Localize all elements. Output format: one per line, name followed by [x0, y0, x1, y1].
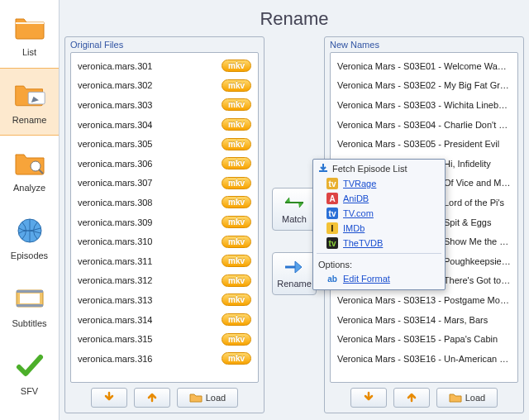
file-name: veronica.mars.314: [78, 315, 218, 325]
popup-edit-format[interactable]: abEdit Format: [313, 271, 445, 286]
sidebar-item-rename[interactable]: Rename: [0, 68, 59, 136]
list-item[interactable]: Veronica Mars - S03E03 - Wichita Linebac…: [331, 95, 517, 115]
imdb-icon: I: [326, 222, 338, 234]
load-button[interactable]: Load: [177, 388, 238, 408]
sidebar-item-analyze[interactable]: Analyze: [0, 136, 59, 203]
file-name: veronica.mars.305: [78, 139, 218, 149]
folder-search-icon: [13, 146, 46, 179]
file-ext-badge: mkv: [222, 274, 251, 287]
move-down-button[interactable]: [350, 388, 387, 408]
list-item[interactable]: veronica.mars.308mkv: [71, 193, 258, 212]
load-button[interactable]: Load: [436, 388, 498, 408]
file-name: veronica.mars.313: [78, 295, 218, 305]
file-name: veronica.mars.304: [78, 120, 218, 130]
sidebar-item-subtitles[interactable]: Subtitles: [0, 271, 59, 339]
sidebar-item-label: Analyze: [13, 183, 45, 193]
svg-rect-5: [17, 290, 43, 293]
file-name: veronica.mars.307: [78, 178, 218, 188]
original-files-panel: Original Files veronica.mars.301mkvveron…: [64, 36, 264, 413]
sidebar-item-label: Subtitles: [12, 318, 46, 328]
svg-rect-0: [28, 92, 45, 104]
popup-options-header: Options:: [313, 256, 445, 271]
match-label: Match: [282, 214, 307, 224]
sidebar-item-sfv[interactable]: SFV: [0, 339, 59, 407]
popup-source-anidb[interactable]: AAniDB: [313, 191, 445, 206]
list-item[interactable]: Veronica Mars - S03E14 - Mars, Bars: [331, 310, 517, 330]
list-item[interactable]: veronica.mars.304mkv: [71, 115, 258, 135]
popup-source-tvcom[interactable]: tvTV.com: [313, 206, 445, 221]
svg-rect-4: [20, 294, 40, 303]
folder-edit-icon: [13, 79, 46, 112]
svg-rect-6: [17, 304, 43, 307]
file-ext-badge: mkv: [222, 157, 251, 169]
arrow-up-icon: [406, 391, 417, 404]
move-down-button[interactable]: [91, 388, 127, 408]
list-item[interactable]: Veronica Mars - S03E02 - My Big Fat Gree…: [331, 76, 517, 96]
list-item[interactable]: veronica.mars.307mkv: [71, 174, 258, 193]
rename-icon: [284, 259, 305, 277]
list-item[interactable]: veronica.mars.302mkv: [71, 76, 258, 96]
list-item[interactable]: veronica.mars.316mkv: [71, 349, 258, 369]
file-name: veronica.mars.311: [78, 256, 218, 266]
file-name: veronica.mars.301: [78, 61, 218, 71]
list-item[interactable]: veronica.mars.314mkv: [71, 310, 258, 330]
load-label: Load: [206, 393, 226, 403]
load-label: Load: [465, 393, 485, 403]
list-item[interactable]: Veronica Mars - S03E15 - Papa's Cabin: [331, 329, 517, 349]
thetvdb-icon: tv: [326, 237, 338, 249]
file-ext-badge: mkv: [222, 294, 251, 306]
list-item[interactable]: Veronica Mars - S03E05 - President Evil: [331, 134, 517, 154]
list-item[interactable]: Veronica Mars - S03E16 - Un-American Gra…: [331, 349, 517, 369]
new-name: Veronica Mars - S03E03 - Wichita Linebac…: [337, 100, 511, 110]
sidebar-item-label: Episodes: [11, 251, 48, 260]
list-item[interactable]: Veronica Mars - S03E04 - Charlie Don't S…: [331, 115, 517, 135]
rename-label: Rename: [277, 279, 312, 289]
file-name: veronica.mars.316: [78, 354, 218, 364]
list-item[interactable]: Veronica Mars - S03E13 - Postgame Mortem: [331, 290, 517, 310]
panels-row: Original Files veronica.mars.301mkvveron…: [60, 35, 529, 420]
sidebar-item-label: SFV: [21, 386, 38, 396]
panel-footer: Load: [325, 388, 523, 413]
new-name: Veronica Mars - S03E15 - Papa's Cabin: [337, 334, 511, 344]
file-name: veronica.mars.303: [78, 100, 218, 110]
list-item[interactable]: Veronica Mars - S03E01 - Welcome Wagon: [331, 56, 517, 76]
main-area: Rename Original Files veronica.mars.301m…: [60, 0, 529, 420]
file-ext-badge: mkv: [222, 118, 251, 131]
list-item[interactable]: veronica.mars.315mkv: [71, 329, 258, 349]
panel-header: Original Files: [65, 37, 264, 52]
new-name: Veronica Mars - S03E01 - Welcome Wagon: [337, 61, 511, 71]
list-item[interactable]: veronica.mars.306mkv: [71, 154, 258, 174]
list-item[interactable]: veronica.mars.310mkv: [71, 231, 258, 251]
sidebar-item-episodes[interactable]: Episodes: [0, 203, 59, 271]
list-item[interactable]: veronica.mars.313mkv: [71, 290, 258, 310]
list-item[interactable]: veronica.mars.303mkv: [71, 95, 258, 115]
sidebar-item-label: List: [22, 47, 36, 57]
folder-icon: [13, 11, 46, 44]
panel-header: New Names: [325, 37, 523, 52]
file-name: veronica.mars.302: [78, 80, 218, 90]
original-files-list[interactable]: veronica.mars.301mkvveronica.mars.302mkv…: [70, 52, 259, 383]
file-ext-badge: mkv: [222, 138, 251, 150]
list-item[interactable]: veronica.mars.305mkv: [71, 134, 258, 154]
sidebar-item-list[interactable]: List: [0, 0, 59, 68]
popup-source-tvrage[interactable]: tvTVRage: [313, 176, 445, 191]
rename-button[interactable]: Rename: [272, 252, 317, 295]
list-item[interactable]: veronica.mars.312mkv: [71, 271, 258, 291]
file-ext-badge: mkv: [222, 60, 251, 72]
file-ext-badge: mkv: [222, 196, 251, 208]
move-up-button[interactable]: [134, 388, 170, 408]
popup-source-thetvdb[interactable]: tvTheTVDB: [313, 236, 445, 251]
tvcom-icon: tv: [326, 208, 338, 219]
list-item[interactable]: veronica.mars.309mkv: [71, 212, 258, 232]
list-item[interactable]: veronica.mars.301mkv: [71, 56, 258, 76]
move-up-button[interactable]: [393, 388, 430, 408]
file-ext-badge: mkv: [222, 177, 251, 189]
list-item[interactable]: veronica.mars.311mkv: [71, 251, 258, 271]
match-button[interactable]: Match: [272, 188, 317, 231]
file-ext-badge: mkv: [222, 79, 251, 92]
popup-source-imdb[interactable]: IIMDb: [313, 221, 445, 236]
panel-footer: Load: [65, 388, 264, 413]
arrow-down-icon: [363, 391, 374, 404]
arrow-down-icon: [103, 391, 115, 404]
sidebar: List Rename Analyze Episodes Subtitles S…: [0, 0, 60, 420]
